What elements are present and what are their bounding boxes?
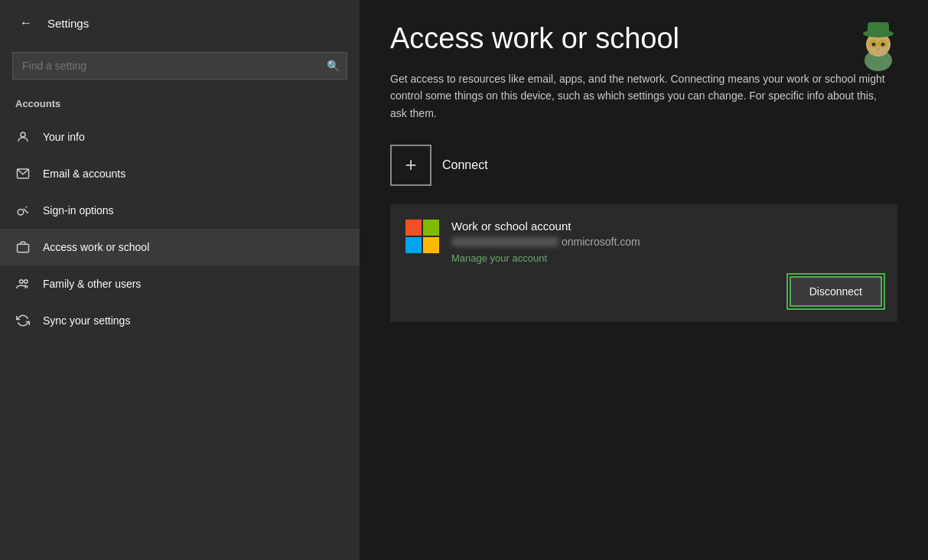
svg-rect-3 <box>18 244 29 252</box>
ms-logo-green <box>423 220 439 236</box>
sidebar-item-family-label: Family & other users <box>43 278 141 290</box>
sidebar-item-sync-settings[interactable]: Sync your settings <box>0 302 360 339</box>
search-input[interactable] <box>12 52 347 80</box>
sidebar-item-your-info-label: Your info <box>43 131 85 143</box>
key-icon <box>15 203 31 218</box>
sidebar-item-your-info[interactable]: Your info <box>0 119 360 155</box>
sidebar-title: Settings <box>47 17 89 30</box>
accounts-section-label: Accounts <box>0 92 360 119</box>
search-icon[interactable]: 🔍 <box>327 60 340 72</box>
sidebar: ← Settings 🔍 Accounts Your info Email & … <box>0 0 360 560</box>
main-content: Access work or school Get access to reso… <box>360 0 928 560</box>
connect-plus-icon: + <box>390 145 431 186</box>
svg-point-4 <box>20 280 24 284</box>
disconnect-button-container: Disconnect <box>405 276 882 307</box>
sidebar-item-email-accounts[interactable]: Email & accounts <box>0 155 360 192</box>
sidebar-item-sync-label: Sync your settings <box>43 314 130 327</box>
ms-logo-blue <box>405 237 422 253</box>
people-icon <box>15 276 31 291</box>
manage-account-link[interactable]: Manage your account <box>451 252 882 264</box>
disconnect-button[interactable]: Disconnect <box>790 276 882 307</box>
svg-point-0 <box>21 132 25 137</box>
account-card: Work or school account onmicrosoft.com M… <box>390 204 897 322</box>
briefcase-icon <box>15 239 31 255</box>
person-icon <box>15 129 31 145</box>
email-suffix: onmicrosoft.com <box>562 236 640 248</box>
email-icon <box>15 166 31 181</box>
svg-point-10 <box>872 43 876 47</box>
svg-rect-9 <box>868 22 889 36</box>
sidebar-item-access-work-label: Access work or school <box>43 241 149 253</box>
sidebar-header: ← Settings <box>0 0 360 46</box>
ms-logo-yellow <box>423 237 439 253</box>
search-box: 🔍 <box>12 52 347 80</box>
avatar <box>854 18 904 77</box>
svg-point-5 <box>24 280 28 284</box>
svg-point-2 <box>18 210 24 216</box>
connect-label: Connect <box>442 158 488 172</box>
sidebar-item-family-users[interactable]: Family & other users <box>0 265 360 302</box>
page-title: Access work or school <box>390 23 897 55</box>
connect-button[interactable]: + Connect <box>390 145 897 186</box>
blurred-email <box>451 237 558 246</box>
account-email: onmicrosoft.com <box>451 236 882 248</box>
sync-icon <box>15 313 31 328</box>
microsoft-logo <box>405 220 439 253</box>
sidebar-item-signin-label: Sign-in options <box>43 204 114 217</box>
ms-logo-red <box>405 220 422 236</box>
sidebar-item-sign-in[interactable]: Sign-in options <box>0 192 360 229</box>
account-type: Work or school account <box>451 220 882 233</box>
svg-point-11 <box>881 43 885 47</box>
account-top: Work or school account onmicrosoft.com M… <box>405 220 882 264</box>
svg-point-15 <box>877 48 880 50</box>
page-description: Get access to resources like email, apps… <box>390 70 895 122</box>
sidebar-item-access-work[interactable]: Access work or school <box>0 229 360 265</box>
sidebar-item-email-label: Email & accounts <box>43 168 125 180</box>
account-info: Work or school account onmicrosoft.com M… <box>451 220 882 264</box>
back-button[interactable]: ← <box>15 12 37 34</box>
